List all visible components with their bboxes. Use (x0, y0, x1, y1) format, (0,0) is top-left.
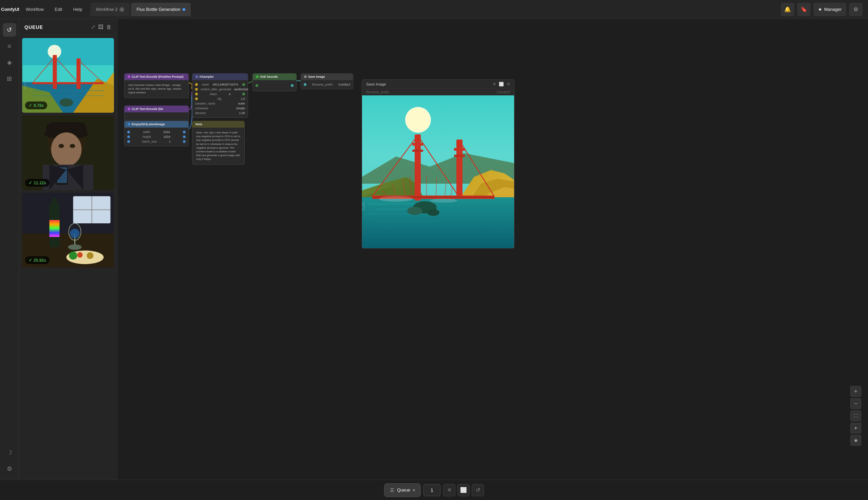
queue-dropdown-icon: ▾ (413, 488, 415, 492)
pause-button[interactable]: ⬜ (458, 484, 470, 496)
canvas-area[interactable]: CLIP Text Encode (Positive Prompt) retro… (117, 19, 868, 480)
node-clip-negative-header: CLIP Text Encode (Ne (124, 105, 189, 112)
menu-edit[interactable]: Edit (49, 0, 68, 19)
tab-flux-bottle-label: Flux Bottle Generation (136, 7, 180, 12)
queue-header-icons: ⤢ 🖼 🗑 (91, 24, 112, 30)
zoom-out-button[interactable]: − (850, 398, 861, 409)
queue-item-2[interactable]: ✓ 11.12s (22, 115, 114, 190)
svg-point-24 (59, 144, 64, 148)
fit-button[interactable]: ⛶ (850, 410, 861, 421)
dot-r (291, 84, 293, 87)
queue-icon: ☰ (390, 487, 394, 493)
svg-point-89 (430, 198, 457, 203)
sidebar-icon-notes[interactable]: ≡ (3, 39, 16, 53)
queue-button[interactable]: ☰ Queue ▾ (384, 484, 421, 497)
preview-subtitle-right: ComfyUI (497, 90, 510, 94)
svg-rect-9 (33, 82, 104, 84)
queue-item-1-time: 9.78s (34, 103, 44, 108)
svg-text:FLUX: FLUX (362, 202, 366, 211)
queue-count-input[interactable]: 1 (424, 484, 440, 496)
node-vae-body (253, 80, 297, 91)
node-clip-positive-header: CLIP Text Encode (Positive Prompt) (124, 73, 189, 80)
node-latent-body: width 1024 height 1024 batch_size 1 (124, 128, 189, 146)
node-save[interactable]: Save Image filename_prefix ComfyUI (301, 73, 353, 89)
navigate-button[interactable]: ➤ (850, 423, 861, 433)
sidebar-icon-folders[interactable]: ⊞ (3, 72, 16, 86)
svg-point-49 (406, 107, 430, 132)
tab-flux-bottle[interactable]: Flux Bottle Generation (131, 3, 190, 16)
node-clip-positive[interactable]: CLIP Text Encode (Positive Prompt) retro… (124, 73, 189, 98)
settings-button[interactable]: ⚙ (849, 3, 863, 16)
node-clip-negative-title: CLIP Text Encode (Ne (132, 107, 163, 111)
refresh-button[interactable]: ↺ (472, 484, 484, 496)
svg-text:FLUX: FLUX (23, 82, 26, 89)
node-ksampler[interactable]: KSampler seed 481119828715374 control_af… (192, 73, 248, 118)
svg-rect-69 (412, 150, 423, 152)
node-ksampler-header: KSampler (192, 73, 248, 80)
node-save-header: Save Image (301, 73, 353, 80)
connector-dot (127, 140, 130, 143)
node-note[interactable]: Note Note: Use cfg=1 and steps=4 (with a… (192, 121, 245, 164)
queue-header: QUEUE ⤢ 🖼 🗑 (19, 19, 117, 35)
connector-dot (127, 131, 130, 133)
check-icon-2: ✓ (28, 180, 32, 185)
cancel-button[interactable]: ✕ (443, 484, 455, 496)
node-note-header: Note (192, 121, 245, 128)
node-note-body: Note: Use cfg=1 and steps=4 (with any ne… (192, 128, 245, 164)
svg-rect-1 (22, 38, 114, 65)
menu-workflow[interactable]: Workflow (20, 0, 49, 19)
connector-dot-r (183, 140, 186, 143)
node-vae[interactable]: VAE Decode (253, 73, 297, 91)
preview-action-expand[interactable]: ⬜ (499, 82, 504, 87)
preview-image-svg: FLUX (362, 95, 514, 248)
menu-help[interactable]: Help (68, 0, 88, 19)
tab-workflow2-close[interactable]: × (119, 7, 124, 12)
connector-dot-r (183, 135, 186, 138)
dot (195, 98, 198, 100)
sidebar-icon-history[interactable]: ↺ (3, 23, 16, 37)
brand-logo: ComfyUI (0, 7, 20, 12)
svg-point-44 (69, 251, 77, 260)
node-latent[interactable]: EmptySD3LatentImage width 1024 height 10… (124, 121, 189, 146)
tab-bar: Workflow 2 × Flux Bottle Generation (90, 3, 190, 16)
svg-point-65 (407, 207, 422, 215)
node-vae-header: VAE Decode (253, 73, 297, 80)
eye-button[interactable]: ◉ (850, 435, 861, 446)
queue-expand-icon[interactable]: ⤢ (91, 24, 95, 30)
queue-panel: QUEUE ⤢ 🖼 🗑 (19, 19, 117, 480)
sidebar-icon-models[interactable]: ◈ (3, 56, 16, 69)
topbar: ComfyUI Workflow Edit Help Workflow 2 × … (0, 0, 868, 19)
svg-rect-68 (412, 143, 423, 146)
sidebar-icon-settings[interactable]: ⚙ (3, 462, 16, 476)
queue-delete-icon[interactable]: 🗑 (106, 24, 112, 30)
queue-items-list: FLUX ✓ 9.78s (19, 35, 117, 480)
dot (195, 88, 198, 91)
svg-point-25 (70, 144, 75, 148)
sidebar-icon-theme[interactable]: ☽ (3, 446, 16, 459)
bookmark-button[interactable]: 🔖 (797, 3, 811, 16)
node-clip-positive-title: CLIP Text Encode (Positive Prompt) (132, 75, 184, 78)
queue-label: Queue (397, 487, 410, 492)
ksampler-row-scheduler: scheduler simple (195, 106, 245, 111)
queue-item-1[interactable]: FLUX ✓ 9.78s (22, 38, 114, 113)
preview-subtitle: filename_prefix ComfyUI (362, 89, 514, 95)
node-latent-row-width: width 1024 (127, 130, 186, 134)
svg-point-23 (51, 132, 82, 166)
connector-dot (127, 135, 130, 138)
left-sidebar: ↺ ≡ ◈ ⊞ ☽ ⚙ (0, 19, 19, 480)
tab-workflow2[interactable]: Workflow 2 × (90, 3, 130, 16)
preview-subtitle-left: filename_prefix (366, 90, 389, 94)
tab-modified-dot (183, 8, 185, 11)
zoom-in-button[interactable]: + (850, 386, 861, 397)
preview-action-x[interactable]: ✕ (493, 82, 496, 87)
main-content: ↺ ≡ ◈ ⊞ ☽ ⚙ QUEUE ⤢ 🖼 🗑 (0, 19, 868, 480)
svg-rect-58 (362, 197, 514, 248)
notification-button[interactable]: 🔔 (781, 3, 794, 16)
bottom-actions: ✕ ⬜ ↺ (443, 484, 484, 496)
svg-rect-38 (49, 220, 60, 237)
queue-image-icon[interactable]: 🖼 (98, 24, 104, 30)
preview-action-refresh[interactable]: ↺ (507, 82, 510, 87)
manager-button[interactable]: ★ Manager (813, 3, 846, 16)
menu-bar: Workflow Edit Help (20, 0, 88, 19)
queue-item-3[interactable]: ✓ 25.92s (22, 193, 114, 268)
